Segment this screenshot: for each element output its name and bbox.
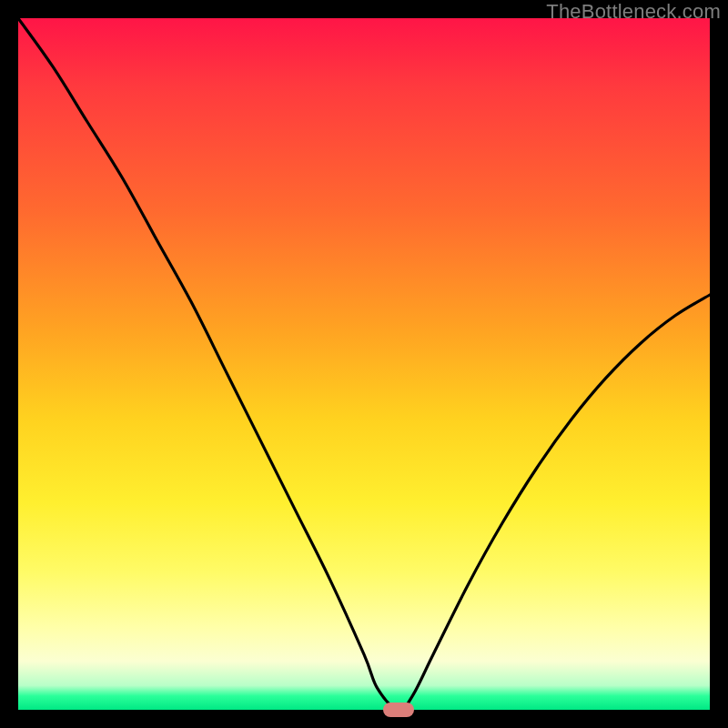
plot-area bbox=[18, 18, 710, 710]
minimum-marker bbox=[383, 703, 414, 717]
chart-frame: TheBottleneck.com bbox=[0, 0, 728, 728]
watermark-text: TheBottleneck.com bbox=[546, 0, 721, 24]
bottleneck-curve bbox=[18, 18, 710, 710]
